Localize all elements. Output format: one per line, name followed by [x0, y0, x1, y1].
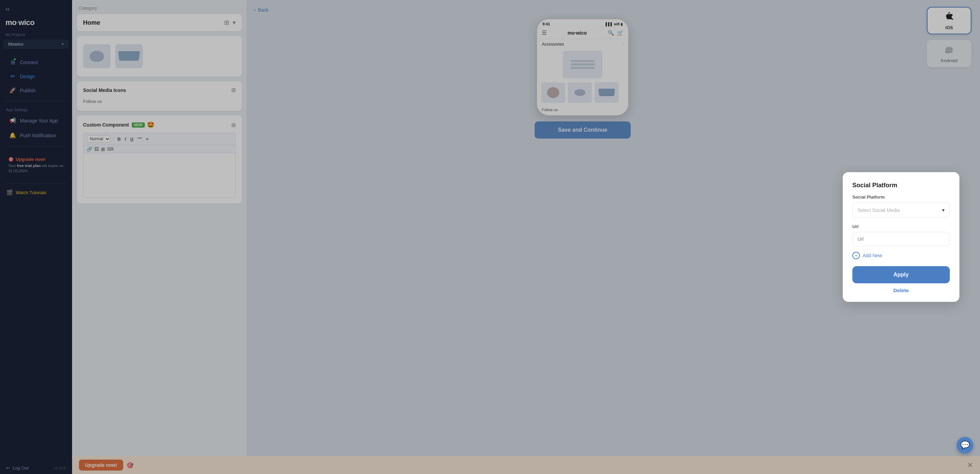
- chat-bubble[interactable]: 💬: [957, 437, 973, 453]
- add-new-row[interactable]: + Add New: [852, 252, 950, 259]
- add-new-label: Add New: [863, 253, 882, 258]
- url-field-label: Url: [852, 224, 950, 229]
- chat-icon: 💬: [961, 441, 970, 450]
- modal-overlay: Social Platform Social Platform Select S…: [0, 0, 980, 474]
- add-new-circle-icon: +: [852, 252, 860, 259]
- url-input[interactable]: [852, 232, 950, 246]
- apply-button[interactable]: Apply: [852, 266, 950, 283]
- social-media-chevron-icon: ▾: [942, 207, 945, 213]
- modal-title: Social Platform: [852, 182, 950, 189]
- social-media-select-text: Select Social Media: [858, 208, 900, 213]
- social-media-select[interactable]: Select Social Media ▾: [852, 202, 950, 218]
- social-platform-modal: Social Platform Social Platform Select S…: [843, 172, 959, 302]
- delete-button[interactable]: Delete: [852, 287, 950, 293]
- platform-field-label: Social Platform: [852, 195, 950, 200]
